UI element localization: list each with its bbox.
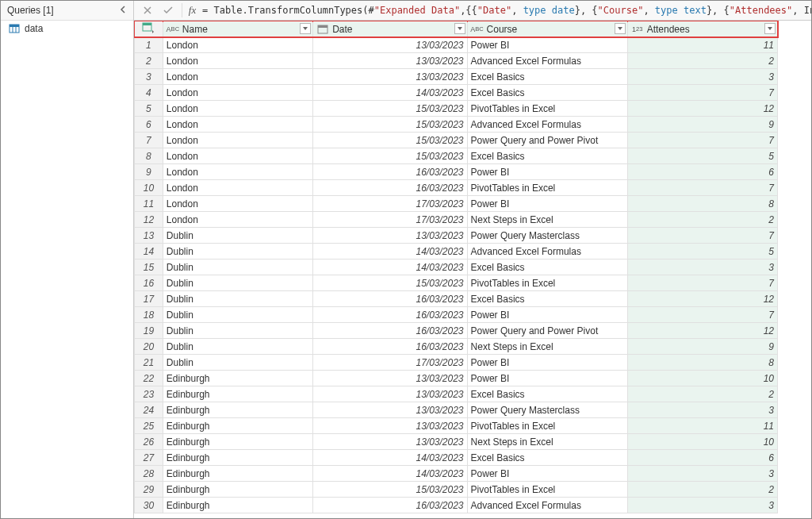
- cell-date[interactable]: 14/03/2023: [313, 466, 467, 482]
- row-number[interactable]: 13: [135, 228, 163, 244]
- cancel-formula-icon[interactable]: [140, 3, 155, 17]
- table-row[interactable]: 8London15/03/2023Excel Basics5: [135, 148, 778, 164]
- confirm-formula-icon[interactable]: [161, 3, 175, 17]
- cell-name[interactable]: Dublin: [163, 244, 312, 260]
- row-number[interactable]: 25: [135, 418, 163, 434]
- row-number[interactable]: 30: [135, 498, 163, 513]
- cell-date[interactable]: 16/03/2023: [313, 291, 467, 307]
- cell-name[interactable]: Dublin: [163, 355, 312, 371]
- cell-course[interactable]: PivotTables in Excel: [467, 482, 627, 498]
- cell-attendees[interactable]: 12: [627, 291, 777, 307]
- cell-course[interactable]: Power BI: [467, 307, 627, 323]
- cell-date[interactable]: 13/03/2023: [313, 69, 467, 85]
- cell-name[interactable]: Edinburgh: [163, 498, 312, 513]
- filter-dropdown-icon[interactable]: [300, 23, 311, 34]
- cell-attendees[interactable]: 8: [627, 196, 777, 212]
- row-number[interactable]: 27: [135, 450, 163, 466]
- cell-date[interactable]: 16/03/2023: [313, 164, 467, 180]
- cell-date[interactable]: 15/03/2023: [313, 133, 467, 148]
- cell-course[interactable]: Excel Basics: [467, 69, 627, 85]
- cell-name[interactable]: Dublin: [163, 291, 312, 307]
- table-row[interactable]: 15Dublin14/03/2023Excel Basics3: [135, 260, 778, 275]
- row-number[interactable]: 1: [135, 37, 163, 53]
- cell-date[interactable]: 13/03/2023: [313, 53, 467, 69]
- cell-attendees[interactable]: 12: [627, 101, 777, 117]
- cell-course[interactable]: PivotTables in Excel: [467, 418, 627, 434]
- column-header-name[interactable]: ABC Name: [163, 21, 312, 37]
- column-header-date[interactable]: Date: [313, 21, 467, 37]
- table-row[interactable]: 20Dublin16/03/2023Next Steps in Excel9: [135, 339, 778, 355]
- cell-name[interactable]: London: [163, 37, 312, 53]
- table-row[interactable]: 1London13/03/2023Power BI11: [135, 37, 778, 53]
- column-header-attendees[interactable]: 123 Attendees: [627, 21, 777, 37]
- cell-course[interactable]: Next Steps in Excel: [467, 434, 627, 450]
- cell-name[interactable]: Dublin: [163, 307, 312, 323]
- cell-name[interactable]: London: [163, 101, 312, 117]
- cell-attendees[interactable]: 6: [627, 450, 777, 466]
- cell-attendees[interactable]: 7: [627, 85, 777, 101]
- row-number[interactable]: 28: [135, 466, 163, 482]
- cell-course[interactable]: PivotTables in Excel: [467, 275, 627, 291]
- row-number[interactable]: 16: [135, 275, 163, 291]
- cell-attendees[interactable]: 3: [627, 498, 777, 513]
- cell-course[interactable]: Advanced Excel Formulas: [467, 498, 627, 513]
- row-number[interactable]: 8: [135, 148, 163, 164]
- table-row[interactable]: 3London13/03/2023Excel Basics3: [135, 69, 778, 85]
- cell-name[interactable]: London: [163, 212, 312, 228]
- table-row[interactable]: 5London15/03/2023PivotTables in Excel12: [135, 101, 778, 117]
- cell-name[interactable]: Edinburgh: [163, 434, 312, 450]
- row-number[interactable]: 22: [135, 371, 163, 386]
- cell-course[interactable]: Excel Basics: [467, 85, 627, 101]
- cell-name[interactable]: Edinburgh: [163, 450, 312, 466]
- cell-name[interactable]: Dublin: [163, 228, 312, 244]
- cell-date[interactable]: 15/03/2023: [313, 275, 467, 291]
- cell-attendees[interactable]: 5: [627, 148, 777, 164]
- cell-date[interactable]: 17/03/2023: [313, 196, 467, 212]
- cell-attendees[interactable]: 2: [627, 212, 777, 228]
- row-number[interactable]: 24: [135, 402, 163, 418]
- cell-course[interactable]: Next Steps in Excel: [467, 212, 627, 228]
- table-corner[interactable]: [135, 21, 163, 37]
- table-row[interactable]: 30Edinburgh16/03/2023Advanced Excel Form…: [135, 498, 778, 513]
- cell-course[interactable]: Power BI: [467, 355, 627, 371]
- formula-text[interactable]: = Table.TransformColumnTypes(#"Expanded …: [202, 5, 811, 16]
- cell-course[interactable]: Power BI: [467, 164, 627, 180]
- cell-course[interactable]: Advanced Excel Formulas: [467, 117, 627, 133]
- cell-name[interactable]: London: [163, 148, 312, 164]
- cell-name[interactable]: Dublin: [163, 260, 312, 275]
- cell-name[interactable]: Dublin: [163, 339, 312, 355]
- collapse-queries-icon[interactable]: [119, 5, 127, 16]
- cell-date[interactable]: 13/03/2023: [313, 402, 467, 418]
- cell-name[interactable]: Edinburgh: [163, 402, 312, 418]
- table-row[interactable]: 23Edinburgh13/03/2023Excel Basics2: [135, 386, 778, 402]
- cell-attendees[interactable]: 12: [627, 323, 777, 339]
- cell-name[interactable]: Dublin: [163, 275, 312, 291]
- row-number[interactable]: 15: [135, 260, 163, 275]
- cell-name[interactable]: Dublin: [163, 323, 312, 339]
- cell-course[interactable]: Power BI: [467, 466, 627, 482]
- table-row[interactable]: 29Edinburgh15/03/2023PivotTables in Exce…: [135, 482, 778, 498]
- cell-course[interactable]: Power Query Masterclass: [467, 402, 627, 418]
- row-number[interactable]: 21: [135, 355, 163, 371]
- cell-date[interactable]: 16/03/2023: [313, 180, 467, 196]
- table-row[interactable]: 19Dublin16/03/2023Power Query and Power …: [135, 323, 778, 339]
- cell-date[interactable]: 15/03/2023: [313, 101, 467, 117]
- table-row[interactable]: 18Dublin16/03/2023Power BI7: [135, 307, 778, 323]
- column-header-course[interactable]: ABC Course: [467, 21, 627, 37]
- cell-date[interactable]: 14/03/2023: [313, 244, 467, 260]
- cell-date[interactable]: 16/03/2023: [313, 307, 467, 323]
- cell-attendees[interactable]: 3: [627, 402, 777, 418]
- cell-date[interactable]: 13/03/2023: [313, 37, 467, 53]
- cell-attendees[interactable]: 7: [627, 228, 777, 244]
- cell-attendees[interactable]: 2: [627, 482, 777, 498]
- cell-course[interactable]: Advanced Excel Formulas: [467, 244, 627, 260]
- table-row[interactable]: 9London16/03/2023Power BI6: [135, 164, 778, 180]
- cell-date[interactable]: 13/03/2023: [313, 386, 467, 402]
- cell-date[interactable]: 16/03/2023: [313, 323, 467, 339]
- cell-date[interactable]: 15/03/2023: [313, 148, 467, 164]
- cell-date[interactable]: 17/03/2023: [313, 212, 467, 228]
- cell-name[interactable]: London: [163, 133, 312, 148]
- cell-name[interactable]: Edinburgh: [163, 418, 312, 434]
- cell-attendees[interactable]: 7: [627, 133, 777, 148]
- cell-attendees[interactable]: 6: [627, 164, 777, 180]
